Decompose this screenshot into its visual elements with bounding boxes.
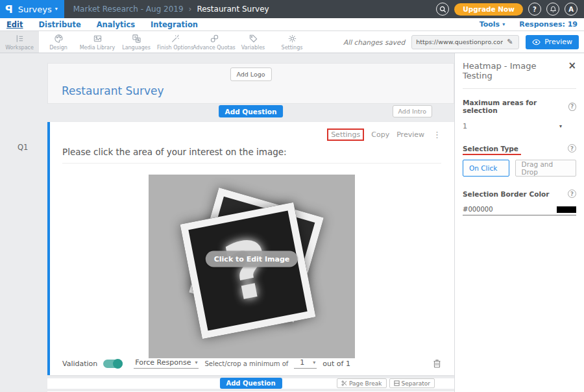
add-logo-button[interactable]: Add Logo <box>230 67 271 81</box>
kebab-menu-icon[interactable]: ⋮ <box>433 130 441 140</box>
out-of-label: out of 1 <box>322 360 350 368</box>
account-avatar[interactable]: A <box>565 3 578 16</box>
survey-canvas: Q1 Add Logo Restaurant Survey Add Questi… <box>0 53 454 392</box>
chevron-down-icon: ▾ <box>195 360 197 365</box>
nav-bar: Edit Distribute Analytics Integration To… <box>0 18 584 31</box>
force-response-value: Force Response <box>135 358 191 367</box>
toolbar-right: All changes saved ✎ Preview <box>343 31 584 53</box>
tab-edit[interactable]: Edit <box>6 20 23 29</box>
workspace-icon <box>15 34 25 43</box>
annotation-red-underline <box>463 154 521 155</box>
topbar-actions: Upgrade Now ? A <box>436 3 578 16</box>
gear-icon <box>287 34 297 43</box>
help-icon[interactable]: ? <box>568 144 576 153</box>
question-card: Settings Copy Preview ⋮ Please click the… <box>47 122 454 375</box>
selection-type-buttons: On Click Drag and Drop <box>463 160 576 177</box>
survey-url-input[interactable] <box>416 38 503 45</box>
tab-distribute[interactable]: Distribute <box>39 20 81 29</box>
footer-right-buttons: Page Break Separator <box>337 378 435 388</box>
toolbar-item-finish-options[interactable]: Finish Options <box>156 31 195 53</box>
toggle-knob <box>113 359 123 369</box>
force-response-select[interactable]: Force Response ▾ <box>134 358 199 369</box>
tab-integration[interactable]: Integration <box>151 20 198 29</box>
minimum-select-label: Select/crop a minimum of <box>204 360 288 367</box>
toolbar-item-label: Design <box>49 45 67 51</box>
question-settings-button[interactable]: Settings <box>327 129 364 141</box>
delete-question-button[interactable] <box>433 359 441 368</box>
panel-header: Heatmap - Image Testing × <box>463 61 576 89</box>
toolbar-item-label: Languages <box>122 45 151 51</box>
survey-header-card: Add Logo Restaurant Survey <box>47 63 454 104</box>
toolbar-item-languages[interactable]: Languages <box>117 31 156 53</box>
selection-type-label-text: Selection Type <box>463 145 518 153</box>
toolbar-item-workspace[interactable]: Workspace <box>0 31 39 53</box>
validation-row: Validation Force Response ▾ Select/crop … <box>62 358 441 369</box>
autosave-status: All changes saved <box>343 38 405 46</box>
question-text[interactable]: Please click the area of your interest o… <box>62 147 441 164</box>
tag-icon <box>249 34 258 43</box>
preview-button-label: Preview <box>544 38 572 46</box>
add-intro-button[interactable]: Add Intro <box>393 105 432 117</box>
toolbar-item-label: Workspace <box>5 45 34 51</box>
breadcrumb-current: Restaurant Survey <box>197 5 269 14</box>
click-to-edit-image-button[interactable]: Click to Edit Image <box>206 251 298 267</box>
edit-url-pencil-icon[interactable]: ✎ <box>507 38 513 46</box>
responses-count[interactable]: Responses: 19 <box>519 20 578 29</box>
question-settings-panel: Heatmap - Image Testing × Maximum areas … <box>454 53 584 392</box>
eye-icon <box>532 39 541 45</box>
notifications-button[interactable] <box>546 3 559 16</box>
toolbar-item-settings[interactable]: Settings <box>273 31 311 53</box>
search-button[interactable] <box>436 3 449 16</box>
content-area: Q1 Add Logo Restaurant Survey Add Questi… <box>0 53 584 392</box>
validation-label: Validation <box>62 360 97 368</box>
drag-and-drop-option[interactable]: Drag and Drop <box>515 160 576 177</box>
upgrade-now-button[interactable]: Upgrade Now <box>454 3 523 16</box>
magic-wand-icon <box>171 34 180 43</box>
tools-menu-label: Tools <box>480 20 500 29</box>
toolbar-item-label: Variables <box>241 45 265 51</box>
toolbar-item-label: Finish Options <box>157 45 193 51</box>
question-copy-button[interactable]: Copy <box>371 130 389 139</box>
add-question-button-top[interactable]: Add Question <box>219 105 284 117</box>
tools-menu[interactable]: Tools ▾ <box>480 20 505 29</box>
heatmap-image-placeholder[interactable]: ? Click to Edit Image <box>149 175 355 358</box>
max-areas-label: Maximum areas for selection <box>463 99 568 114</box>
chevron-down-icon: ▾ <box>55 6 58 12</box>
toolbar-item-advance-quotas[interactable]: Advance Quotas <box>195 31 234 53</box>
color-swatch[interactable] <box>557 206 576 213</box>
avatar-initial: A <box>568 6 574 13</box>
question-actions: Settings Copy Preview ⋮ <box>62 129 441 141</box>
max-areas-select[interactable]: 1 ▾ <box>463 122 576 130</box>
help-icon[interactable]: ? <box>568 103 576 111</box>
border-color-label-row: Selection Border Color ? <box>463 190 576 198</box>
page-break-button[interactable]: Page Break <box>337 378 387 388</box>
surveys-menu[interactable]: Surveys ▾ <box>18 5 58 14</box>
preview-button[interactable]: Preview <box>526 35 579 49</box>
validation-toggle[interactable] <box>103 360 123 368</box>
chevron-down-icon: ▾ <box>313 360 315 365</box>
question-preview-button[interactable]: Preview <box>396 130 424 139</box>
quotas-icon <box>210 34 219 43</box>
search-icon <box>439 6 446 13</box>
tab-analytics[interactable]: Analytics <box>97 20 135 29</box>
separator-button[interactable]: Separator <box>389 378 435 388</box>
questionpro-logo-icon: P <box>5 3 13 16</box>
breadcrumb-parent[interactable]: Market Research - Aug 2019 <box>73 5 184 14</box>
toolbar-item-design[interactable]: Design <box>39 31 78 53</box>
page-break-label: Page Break <box>349 380 382 387</box>
on-click-option[interactable]: On Click <box>463 160 509 177</box>
close-icon[interactable]: × <box>568 61 576 71</box>
toolbar-item-variables[interactable]: Variables <box>234 31 273 53</box>
survey-title[interactable]: Restaurant Survey <box>62 84 164 97</box>
border-color-control: #000000 <box>463 206 576 215</box>
minimum-value-select[interactable]: 1 ▾ <box>294 358 317 369</box>
toolbar-item-media-library[interactable]: Media Library <box>78 31 117 53</box>
help-icon[interactable]: ? <box>568 190 576 198</box>
question-footer-strip: Add Question Page Break Separator <box>47 378 454 389</box>
border-color-value[interactable]: #000000 <box>463 206 493 213</box>
add-question-button-bottom[interactable]: Add Question <box>219 378 282 389</box>
palette-icon <box>54 34 64 43</box>
question-index-label: Q1 <box>18 143 28 152</box>
help-button[interactable]: ? <box>528 3 541 16</box>
app-logo-block[interactable]: P Surveys ▾ <box>0 0 64 18</box>
